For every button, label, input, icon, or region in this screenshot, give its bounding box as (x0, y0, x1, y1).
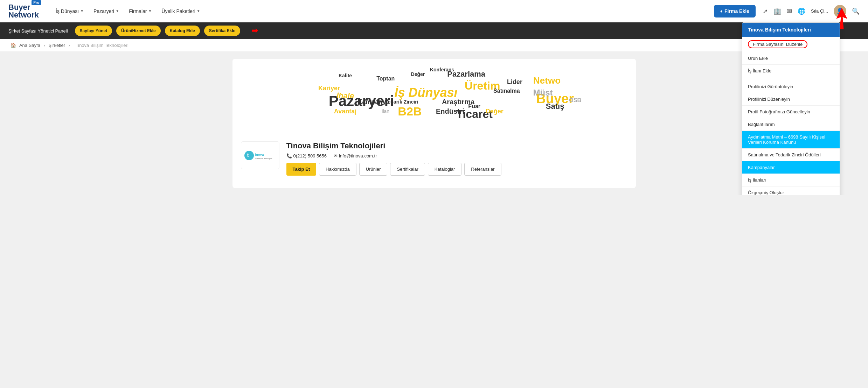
username-label: Sıla Çi... (811, 8, 828, 14)
home-icon: 🏠 (11, 43, 16, 48)
svg-text:inova: inova (255, 152, 264, 156)
breadcrumb-companies[interactable]: Şirketler (49, 43, 65, 48)
dropdown-item-firma-sayfasi-duzenle[interactable]: Firma Sayfasını Düzenle (742, 37, 840, 52)
diamond-icon: ♦ (720, 9, 722, 14)
mail-icon[interactable]: ✉ (787, 7, 792, 15)
dropdown-item-is-ilani-ekle[interactable]: İş İlanı Ekle (742, 65, 840, 77)
firma-ekle-button[interactable]: ♦ Firma Ekle (714, 5, 756, 17)
dropdown-item-baglantilarim[interactable]: Bağlantılarım (742, 118, 840, 131)
search-icon[interactable]: 🔍 (852, 7, 860, 15)
dropdown-item-urun-ekle[interactable]: Ürün Ekle (742, 52, 840, 65)
btn-kataloglar[interactable]: Kataloglar (428, 163, 462, 176)
btn-hakkimizda[interactable]: Hakkımızda (319, 163, 356, 176)
header-icons-group: ➚ 🏢 ✉ 🌐 Sıla Çi... 👤 🔍 (763, 5, 860, 17)
breadcrumb: 🏠 Ana Sayfa › Şirketler › Tinova Bilişim… (0, 39, 868, 52)
dropdown-item-ozgecmis[interactable]: Özgeçmiş Oluştur (742, 186, 840, 195)
action-buttons: Takip Et Hakkımızda Ürünler Sertifikalar… (286, 163, 627, 176)
wordcloud-word: Avantaj (334, 107, 356, 115)
btn-takip-et[interactable]: Takip Et (286, 163, 317, 176)
company-email: ✉ info@tinova.com.tr (334, 153, 377, 158)
wordcloud-word: Kariyer (318, 84, 340, 92)
wordcloud-word: Toptan (376, 76, 395, 82)
logo-network-text: Network (8, 11, 41, 19)
building-icon[interactable]: 🏢 (773, 7, 781, 15)
dropdown-menu: Tinova Bilişim Teknolojileri Firma Sayfa… (742, 22, 840, 195)
wordcloud-word: Satış (546, 102, 564, 111)
wordcloud-word: Değer (486, 107, 504, 115)
chevron-down-icon: ▼ (80, 9, 84, 13)
dropdown-header: Tinova Bilişim Teknolojileri (742, 23, 840, 37)
wordcloud-word: Müşt (533, 88, 553, 98)
logo-link[interactable]: Buyer Pro Network (8, 3, 41, 19)
wordcloud-word: Fuar (468, 103, 480, 110)
dropdown-item-kampanyalar[interactable]: Kampanyalar (742, 161, 840, 174)
dropdown-item-aydinlatma[interactable]: Aydınlatma Metni – 6698 Sayılı Kişisel V… (742, 131, 840, 149)
email-icon: ✉ (334, 153, 338, 158)
company-name: Tinova Bilişim Teknolojileri (286, 141, 627, 150)
external-link-icon[interactable]: ➚ (763, 7, 768, 15)
company-logo: t inova teknoloji & inovasyon (241, 141, 279, 169)
breadcrumb-current: Tinova Bilişim Teknolojileri (76, 43, 129, 48)
wordcloud-word: OSB (569, 97, 581, 104)
wordcloud-word: B2B (398, 104, 422, 118)
chevron-down-icon: ▼ (116, 9, 119, 13)
wordcloud-word: Konferans (430, 67, 454, 72)
wordcloud-word: Kalite (339, 73, 352, 78)
btn-urunler[interactable]: Ürünler (359, 163, 388, 176)
phone-icon: 📞 (286, 153, 292, 158)
company-info-row: t inova teknoloji & inovasyon Tinova Bil… (232, 136, 636, 181)
dropdown-item-satinalma-odulleri[interactable]: Satınalma ve Tedarik Zinciri Ödülleri (742, 149, 840, 161)
svg-text:teknoloji & inovasyon: teknoloji & inovasyon (255, 157, 272, 160)
logo-pro-badge: Pro (32, 0, 41, 5)
admin-btn-urun-hizmet-ekle[interactable]: Ürün/Hizmet Ekle (116, 26, 161, 36)
tinova-logo-svg: t inova teknoloji & inovasyon (244, 148, 276, 163)
word-cloud-inner: Pazaryeriİş DünyasıB2BÜretimTicaretBuyer… (232, 59, 636, 136)
svg-point-1 (244, 151, 254, 160)
word-cloud-banner: Pazaryeriİş DünyasıB2BÜretimTicaretBuyer… (232, 59, 636, 136)
btn-referanslar[interactable]: Referanslar (464, 163, 501, 176)
company-details: Tinova Bilişim Teknolojileri 📞 0(212) 50… (286, 141, 627, 176)
btn-sertifikalar[interactable]: Sertifikalar (390, 163, 425, 176)
dropdown-item-profil-goruntule[interactable]: Profilinizi Görüntüleyin (742, 80, 840, 93)
main-header: Buyer Pro Network İş Dünyası ▼ Pazaryeri… (0, 0, 868, 22)
admin-btn-katalog-ekle[interactable]: Katalog Ekle (165, 26, 200, 36)
wordcloud-word: Değer (411, 71, 425, 77)
dropdown-item-profil-duzenle[interactable]: Profilinizi Düzenleyin (742, 93, 840, 106)
wordcloud-word: ilan (382, 108, 389, 114)
svg-text:t: t (247, 152, 249, 158)
globe-icon[interactable]: 🌐 (798, 7, 805, 15)
chevron-down-icon: ▼ (197, 9, 200, 13)
wordcloud-word: Satınalma (493, 88, 520, 94)
nav-item-pazaryeri[interactable]: Pazaryeri ▼ (89, 6, 123, 17)
nav-item-uyelik-paketleri[interactable]: Üyelik Paketleri ▼ (157, 6, 204, 17)
wordcloud-word: Netwo (533, 75, 561, 86)
nav-item-firmalar[interactable]: Firmalar ▼ (125, 6, 156, 17)
admin-bar: Şirket Sayfası Yönetici Paneli Sayfayı Y… (0, 22, 868, 39)
main-nav: İş Dünyası ▼ Pazaryeri ▼ Firmalar ▼ Üyel… (51, 6, 714, 17)
wordcloud-word: Lider (507, 78, 522, 86)
breadcrumb-home[interactable]: Ana Sayfa (19, 43, 40, 48)
dropdown-item-is-ilanlari[interactable]: İş İlanları (742, 174, 840, 186)
company-contact: 📞 0(212) 509 5656 ✉ info@tinova.com.tr (286, 153, 627, 158)
wordcloud-word: Tedarik Zinciri (385, 99, 418, 105)
company-card: Pazaryeriİş DünyasıB2BÜretimTicaretBuyer… (232, 59, 636, 188)
admin-btn-sertifika-ekle[interactable]: Sertifika Ekle ➡ (204, 26, 240, 36)
wordcloud-word: Endüstri (436, 107, 464, 115)
wordcloud-word: Kampanya (357, 98, 389, 106)
wordcloud-word: İhale (336, 91, 354, 100)
logo-buyer-text: Buyer (8, 3, 30, 11)
dropdown-divider (742, 79, 840, 79)
admin-btn-sayfayi-yonet[interactable]: Sayfayı Yönet (75, 26, 112, 36)
dropdown-item-profil-foto[interactable]: Profil Fotoğrafınızı Güncelleyin (742, 106, 840, 118)
chevron-down-icon: ▼ (148, 9, 152, 13)
company-phone: 📞 0(212) 509 5656 (286, 153, 327, 158)
nav-item-is-dunyasi[interactable]: İş Dünyası ▼ (51, 6, 88, 17)
user-avatar[interactable]: 👤 (834, 5, 846, 17)
admin-bar-title: Şirket Sayfası Yönetici Paneli (8, 28, 68, 34)
main-content: Pazaryeriİş DünyasıB2BÜretimTicaretBuyer… (224, 52, 644, 195)
